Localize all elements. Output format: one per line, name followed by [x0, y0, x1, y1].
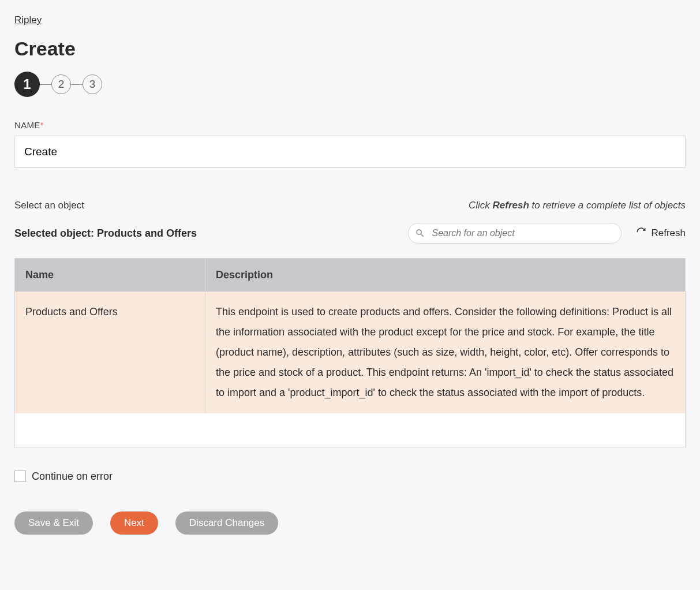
- step-separator: [40, 84, 51, 85]
- discard-changes-button[interactable]: Discard Changes: [175, 511, 278, 535]
- table-header-description[interactable]: Description: [205, 259, 686, 292]
- save-exit-button[interactable]: Save & Exit: [14, 511, 93, 535]
- selected-object-prefix: Selected object:: [14, 227, 97, 239]
- refresh-hint: Click Refresh to retrieve a complete lis…: [469, 200, 686, 211]
- selected-object-value: Products and Offers: [97, 227, 197, 239]
- name-label: NAME*: [14, 120, 686, 130]
- table-row[interactable]: Products and Offers This endpoint is use…: [15, 292, 686, 413]
- continue-on-error-checkbox[interactable]: [14, 470, 26, 482]
- step-2[interactable]: 2: [51, 74, 71, 94]
- page-title: Create: [14, 38, 686, 60]
- refresh-hint-suffix: to retrieve a complete list of objects: [529, 200, 686, 211]
- step-3[interactable]: 3: [83, 74, 102, 94]
- table-empty-row: [15, 413, 686, 447]
- required-marker: *: [40, 120, 44, 130]
- refresh-button[interactable]: Refresh: [636, 227, 686, 240]
- refresh-hint-prefix: Click: [469, 200, 493, 211]
- name-input[interactable]: [14, 136, 686, 168]
- table-cell-name: Products and Offers: [15, 292, 205, 413]
- search-icon: [415, 228, 425, 238]
- refresh-label: Refresh: [651, 227, 686, 239]
- name-label-text: NAME: [14, 120, 40, 130]
- selected-object: Selected object: Products and Offers: [14, 227, 197, 240]
- table-cell-description: This endpoint is used to create products…: [205, 292, 686, 413]
- object-table: Name Description Products and Offers Thi…: [14, 258, 686, 447]
- table-header-name[interactable]: Name: [15, 259, 205, 292]
- select-object-label: Select an object: [14, 200, 84, 211]
- breadcrumb-link[interactable]: Ripley: [14, 14, 42, 25]
- next-button[interactable]: Next: [110, 511, 158, 535]
- search-input[interactable]: [408, 223, 622, 244]
- refresh-icon: [636, 227, 646, 240]
- step-separator: [71, 84, 83, 85]
- step-1[interactable]: 1: [14, 72, 40, 97]
- step-indicator: 1 2 3: [14, 72, 686, 97]
- continue-on-error-label: Continue on error: [32, 470, 113, 483]
- refresh-hint-bold: Refresh: [493, 200, 529, 211]
